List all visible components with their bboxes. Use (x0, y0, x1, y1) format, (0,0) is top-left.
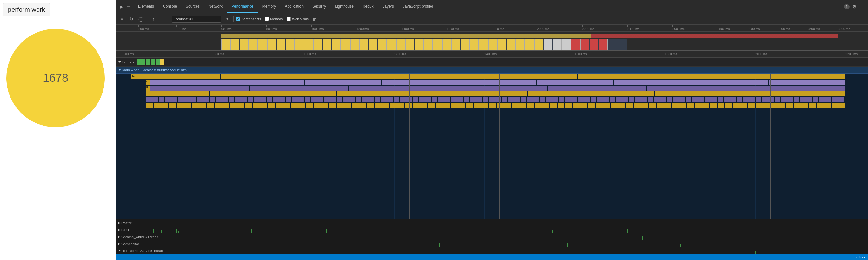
ruler-tick-2200: 2200 ms (582, 25, 594, 31)
reload-button[interactable]: ↻ (128, 15, 135, 23)
thumbnail-block (562, 39, 571, 50)
frames-content (136, 59, 865, 65)
toolbar-divider-2 (169, 16, 169, 22)
more-icon[interactable]: ⋮ (859, 4, 865, 9)
url-input[interactable] (172, 15, 221, 23)
ruler-tick-1400: 1400 ms (402, 25, 414, 31)
tab-lighthouse[interactable]: Lighthouse (331, 0, 358, 13)
thumbnail-block (240, 39, 249, 50)
thumbnail-block-red (580, 39, 589, 50)
detail-tick-1400: 1400 ms (485, 52, 497, 56)
detail-tick-1000: 1000 ms (304, 52, 316, 56)
record-button[interactable]: ● (118, 15, 125, 23)
chrome-child-io-triangle[interactable] (118, 235, 120, 238)
tab-layers[interactable]: Layers (378, 0, 398, 13)
settings-icon[interactable]: ⚙ (851, 4, 857, 9)
web-vitals-checkbox[interactable] (287, 17, 291, 21)
thumbnail-block (286, 39, 294, 50)
thread-pool-triangle[interactable] (118, 250, 121, 252)
tab-js-profiler[interactable]: JavaScript profiler (398, 0, 438, 13)
nav-right: 1 ⚙ ⋮ (841, 0, 868, 13)
devtools-panel: ▶ ▭ Elements Console Sources Network Per… (116, 0, 868, 260)
thumbnail-block (277, 39, 285, 50)
tab-performance[interactable]: Performance (227, 0, 258, 13)
detail-ruler: 600 ms 800 ms 1000 ms 1200 ms 1400 ms 16… (116, 51, 868, 58)
ruler-tick-200: 200 ms (138, 25, 149, 31)
toolbar-checkboxes: Screenshots Memory Web Vitals (236, 17, 309, 21)
compositor-row[interactable]: Compositor (116, 240, 868, 247)
thumbnail-block (295, 39, 304, 50)
devtools-nav: ▶ ▭ Elements Console Sources Network Per… (116, 0, 868, 13)
thread-pool-row[interactable]: ThreadPoolServiceThread (116, 247, 868, 254)
download-button[interactable]: ↓ (159, 15, 166, 23)
thumbnail-block (369, 39, 377, 50)
url-dropdown[interactable]: ▼ (224, 15, 231, 23)
thumbnail-block (507, 39, 516, 50)
toolbar-divider-1 (147, 16, 147, 22)
ruler-tick-1800: 1800 ms (492, 25, 504, 31)
thumbnail-block (433, 39, 442, 50)
tab-sources[interactable]: Sources (181, 0, 204, 13)
thumbnail-block (350, 39, 359, 50)
trash-button[interactable]: 🗑 (311, 15, 318, 23)
thumbnail-block (267, 39, 276, 50)
thumbnail-block (497, 39, 506, 50)
compositor-triangle[interactable] (118, 243, 120, 245)
thumbnail-block (452, 39, 460, 50)
main-thread-header: Main – http://localhost:8080/schedule.ht… (116, 67, 868, 74)
cursor-icon[interactable]: ▶ (118, 4, 124, 9)
ruler-tick-2000: 2000 ms (537, 25, 549, 31)
raster-row[interactable]: Raster (116, 219, 868, 226)
main-thread-triangle[interactable] (118, 69, 121, 71)
ruler-tick-3400: 3400 ms (808, 25, 820, 31)
thumbnail-block (424, 39, 433, 50)
tab-network[interactable]: Network (204, 0, 227, 13)
overview-thumbnails[interactable] (116, 32, 868, 51)
overview-ruler: 200 ms 400 ms 600 ms 800 ms 1000 ms 1200… (116, 25, 868, 32)
main-thread-title: Main – http://localhost:8080/schedule.ht… (122, 68, 187, 72)
nav-icons: ▶ ▭ (116, 0, 134, 13)
screenshots-checkbox[interactable] (236, 17, 240, 21)
memory-checkbox-label[interactable]: Memory (265, 17, 283, 21)
main-thread-tracks: T... E... (116, 74, 868, 219)
perform-work-button[interactable]: perform work (3, 3, 50, 16)
thumbnail-block (258, 39, 267, 50)
ruler-tick-1000: 1000 ms (311, 25, 323, 31)
yellow-circle: 1678 (6, 29, 105, 127)
chrome-child-io-row[interactable]: Chrome_ChildIOThread (116, 233, 868, 240)
thumbnail-block (360, 39, 368, 50)
thumbnail-block (249, 39, 258, 50)
ruler-tick-800: 800 ms (267, 25, 277, 31)
thumbnail-block (516, 39, 525, 50)
detail-tick-1800: 1800 ms (665, 52, 677, 56)
detail-tick-1600: 1600 ms (575, 52, 587, 56)
thumbnail-block-red (599, 39, 608, 50)
clear-button[interactable]: ◯ (137, 15, 145, 23)
detail-tick-2200: 2200 ms (845, 52, 858, 56)
thumbnail-block-red (571, 39, 580, 50)
tab-console[interactable]: Console (158, 0, 181, 13)
screenshots-checkbox-label[interactable]: Screenshots (236, 17, 261, 21)
tab-redux[interactable]: Redux (358, 0, 378, 13)
circle-number: 1678 (43, 71, 68, 85)
ruler-tick-1200: 1200 ms (356, 25, 369, 31)
thumbnail-block (405, 39, 414, 50)
tab-elements[interactable]: Elements (134, 0, 158, 13)
gpu-label: GPU (121, 228, 129, 232)
frames-triangle[interactable] (118, 61, 121, 63)
gpu-row[interactable]: GPU (116, 226, 868, 233)
thumbnail-block (534, 39, 543, 50)
device-icon[interactable]: ▭ (125, 4, 131, 9)
thumbnail-block (479, 39, 488, 50)
upload-button[interactable]: ↑ (150, 15, 157, 23)
tab-memory[interactable]: Memory (258, 0, 280, 13)
thumbnail-block (221, 39, 230, 50)
web-vitals-checkbox-label[interactable]: Web Vitals (287, 17, 309, 21)
tab-security[interactable]: Security (308, 0, 331, 13)
memory-checkbox[interactable] (265, 17, 269, 21)
gpu-triangle[interactable] (118, 229, 120, 231)
thumbnail-block (488, 39, 497, 50)
tab-application[interactable]: Application (280, 0, 308, 13)
raster-triangle[interactable] (118, 222, 120, 224)
thumbnail-block (341, 39, 350, 50)
